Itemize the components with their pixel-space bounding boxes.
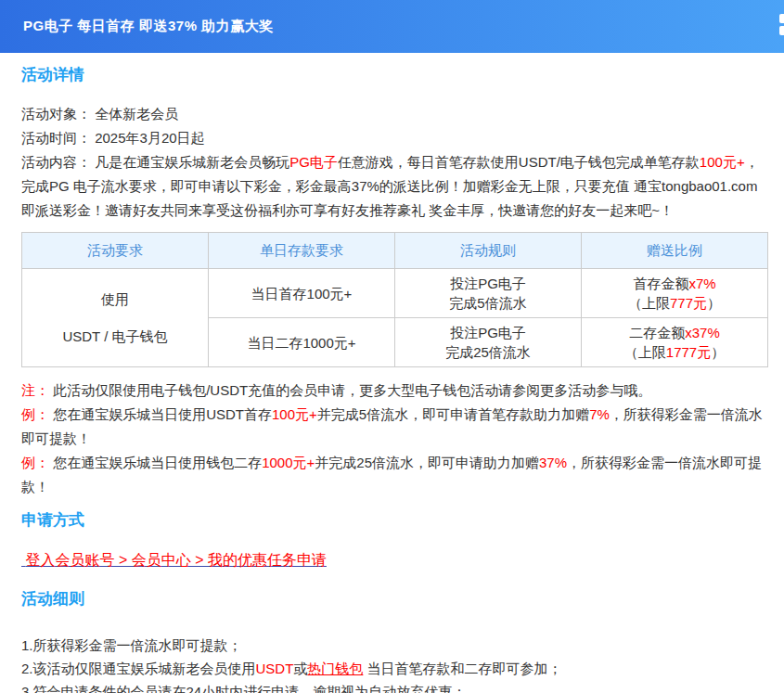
cell-deposit: 当日二存1000元+ bbox=[209, 318, 395, 367]
cell-rule: 投注PG电子 完成5倍流水 bbox=[395, 269, 582, 318]
rule-item: 3.符合申请条件的会员请在24小时内进行申请，逾期视为自动放弃优惠； bbox=[21, 680, 768, 693]
text-segment: 100元+ bbox=[700, 154, 745, 170]
text-segment: 任意游戏，每日首笔存款使用USDT/电子钱包完成单笔存款 bbox=[338, 154, 700, 170]
inline-link[interactable]: 热门钱包 bbox=[307, 661, 363, 676]
apply-path-link[interactable]: 登入会员账号 > 会员中心 > 我的优惠任务申请 bbox=[21, 551, 327, 571]
text-segment: （上限 bbox=[628, 295, 670, 311]
text-segment: 2.该活动仅限通宝娱乐城新老会员使用 bbox=[21, 661, 256, 676]
col-header-rule: 活动规则 bbox=[395, 233, 582, 269]
text-segment: 7% bbox=[589, 406, 610, 422]
text-segment: ） bbox=[707, 295, 721, 311]
text-segment: 或 bbox=[293, 661, 307, 676]
table-header-row: 活动要求 单日存款要求 活动规则 赠送比例 bbox=[22, 233, 768, 269]
example-line: 例： 您在通宝娱乐城当日使用USDT首存100元+并完成5倍流水，即可申请首笔存… bbox=[21, 403, 768, 451]
rule-line: 完成5倍流水 bbox=[397, 293, 579, 313]
bonus-line: 二存金额x37% bbox=[584, 323, 765, 342]
banner-title: PG电子 每日首存 即送37% 助力赢大奖 bbox=[23, 18, 274, 35]
notes-block: 注： 此活动仅限使用电子钱包/USDT充值的会员申请，更多大型电子钱包活动请参阅… bbox=[21, 379, 768, 499]
text-segment: x7% bbox=[688, 276, 715, 291]
cell-deposit: 当日首存100元+ bbox=[209, 269, 395, 318]
section-title-apply: 申请方式 bbox=[21, 510, 768, 531]
text-segment: 例： bbox=[21, 455, 49, 470]
rule-line: 投注PG电子 bbox=[397, 323, 579, 342]
bonus-line: 首存金额x7% bbox=[584, 274, 765, 293]
rules-list: 1.所获得彩金需一倍流水即可提款； 2.该活动仅限通宝娱乐城新老会员使用USDT… bbox=[21, 634, 768, 693]
text-segment: 1777元 bbox=[666, 344, 711, 360]
cell-payment-method: 使用 USDT / 电子钱包 bbox=[22, 269, 209, 367]
col-header-bonus: 赠送比例 bbox=[582, 233, 768, 269]
text-segment: 并完成5倍流水，即可申请首笔存款助力加赠 bbox=[317, 406, 589, 422]
col-header-requirement: 活动要求 bbox=[22, 233, 209, 269]
activity-details: 活动对象： 全体新老会员 活动时间： 2025年3月20日起 活动内容： 凡是在… bbox=[21, 102, 768, 223]
text-segment: USDT bbox=[256, 661, 294, 676]
payment-line: 使用 bbox=[24, 281, 206, 318]
text-segment: 您在通宝娱乐城当日使用USDT首存 bbox=[49, 406, 272, 422]
text-segment: 首存金额 bbox=[633, 276, 688, 291]
promo-banner: PG电子 每日首存 即送37% 助力赢大奖 bbox=[0, 0, 784, 53]
rule-item: 2.该活动仅限通宝娱乐城新老会员使用USDT或热门钱包 当日首笔存款和二存即可参… bbox=[21, 657, 768, 680]
text-segment: 当日首笔存款和二存即可参加； bbox=[363, 661, 561, 676]
table-row: 使用 USDT / 电子钱包 当日首存100元+ 投注PG电子 完成5倍流水 首… bbox=[22, 269, 768, 318]
text-segment: 二存金额 bbox=[629, 325, 685, 340]
payment-line: USDT / 电子钱包 bbox=[24, 318, 206, 355]
text-segment: 并完成25倍流水，即可申请助力加赠 bbox=[315, 455, 539, 470]
text-segment: 活动内容： 凡是在通宝娱乐城新老会员畅玩 bbox=[21, 154, 289, 170]
page-content: 活动详情 活动对象： 全体新老会员 活动时间： 2025年3月20日起 活动内容… bbox=[0, 65, 784, 693]
section-title-details: 活动详情 bbox=[21, 65, 768, 85]
text-segment: 100元+ bbox=[272, 406, 317, 422]
text-segment: 1000元+ bbox=[262, 455, 315, 470]
activity-content: 活动内容： 凡是在通宝娱乐城新老会员畅玩PG电子任意游戏，每日首笔存款使用USD… bbox=[21, 150, 768, 223]
text-segment: （上限 bbox=[624, 344, 666, 360]
text-segment: PG电子 bbox=[289, 154, 338, 170]
section-title-rules: 活动细则 bbox=[21, 589, 768, 610]
note-line: 注： 此活动仅限使用电子钱包/USDT充值的会员申请，更多大型电子钱包活动请参阅… bbox=[21, 379, 768, 403]
text-segment: 3.符合申请条件的会员请在24小时内进行申请，逾期视为自动放弃优惠； bbox=[21, 684, 466, 693]
promo-table: 活动要求 单日存款要求 活动规则 赠送比例 使用 USDT / 电子钱包 当日首… bbox=[21, 232, 768, 367]
cell-bonus: 首存金额x7% （上限777元） bbox=[582, 269, 768, 318]
bonus-line: （上限1777元） bbox=[584, 342, 765, 362]
rule-item: 1.所获得彩金需一倍流水即可提款； bbox=[21, 634, 768, 657]
rule-line: 投注PG电子 bbox=[397, 274, 579, 293]
text-segment: ） bbox=[711, 344, 725, 360]
text-segment: 您在通宝娱乐城当日使用钱包二存 bbox=[49, 455, 262, 470]
text-segment: 此活动仅限使用电子钱包/USDT充值的会员申请，更多大型电子钱包活动请参阅更多活… bbox=[49, 382, 651, 398]
text-segment: 注： bbox=[21, 382, 49, 398]
banner-partial-icon bbox=[779, 14, 784, 38]
text-segment: 例： bbox=[21, 406, 49, 422]
example-line: 例： 您在通宝娱乐城当日使用钱包二存1000元+并完成25倍流水，即可申请助力加… bbox=[21, 451, 768, 499]
text-segment: 1.所获得彩金需一倍流水即可提款； bbox=[21, 637, 242, 653]
bonus-line: （上限777元） bbox=[584, 293, 765, 313]
activity-time: 活动时间： 2025年3月20日起 bbox=[21, 126, 768, 150]
col-header-deposit: 单日存款要求 bbox=[209, 233, 395, 269]
cell-bonus: 二存金额x37% （上限1777元） bbox=[582, 318, 768, 367]
cell-rule: 投注PG电子 完成25倍流水 bbox=[395, 318, 582, 367]
text-segment: 37% bbox=[539, 455, 567, 470]
text-segment: 777元 bbox=[670, 295, 707, 311]
text-segment: x37% bbox=[685, 325, 720, 340]
rule-line: 完成25倍流水 bbox=[397, 342, 579, 362]
activity-audience: 活动对象： 全体新老会员 bbox=[21, 102, 768, 126]
